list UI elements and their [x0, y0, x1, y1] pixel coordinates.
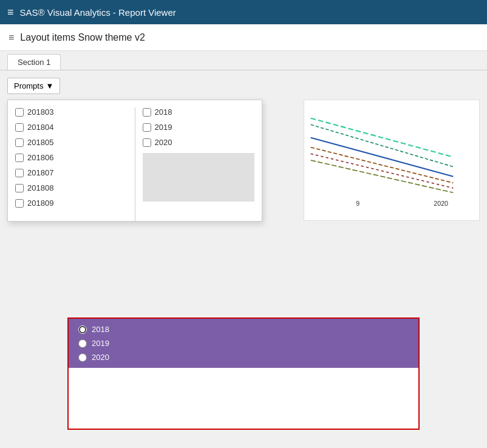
checkbox-item-201807[interactable]: 201807: [15, 168, 128, 177]
radio-box-top: 2018 2019 2020: [69, 319, 418, 368]
dropdown-col1: 201803 201804 201805 201806 201807: [8, 107, 135, 221]
checkbox-201809[interactable]: [15, 199, 24, 208]
checkbox-201803[interactable]: [15, 108, 24, 117]
chart-area: 2020 9 ━━━ ━━━ ━━━ CATEGORIE: [304, 100, 480, 221]
checkbox-2020[interactable]: [143, 138, 151, 147]
checkbox-201804[interactable]: [15, 123, 24, 132]
checkbox-item-201804[interactable]: 201804: [15, 123, 128, 132]
prompts-label: Prompts: [14, 81, 43, 90]
checkbox-201806[interactable]: [15, 154, 24, 162]
main-content: Prompts ▼ 201803 201804 201805: [0, 70, 487, 448]
checkbox-item-201808[interactable]: 201808: [15, 183, 128, 192]
prompts-button[interactable]: Prompts ▼: [7, 78, 60, 94]
svg-line-1: [311, 124, 454, 166]
radio-list-container: 2018 2019 2020: [67, 317, 420, 430]
tab-bar: Section 1: [0, 51, 487, 70]
radio-2019[interactable]: [78, 339, 87, 348]
checkbox-201805[interactable]: [15, 138, 24, 147]
menu-icon[interactable]: ≡: [7, 6, 14, 19]
radio-item-2020[interactable]: 2020: [78, 353, 409, 362]
checkbox-item-2019[interactable]: 2019: [143, 123, 255, 132]
radio-label-2018: 2018: [92, 325, 109, 334]
svg-line-0: [311, 118, 454, 157]
svg-text:9: 9: [356, 200, 359, 207]
tab-section1[interactable]: Section 1: [7, 54, 61, 70]
radio-box-bottom: [69, 368, 418, 429]
radio-item-2018[interactable]: 2018: [78, 325, 409, 334]
prompts-dropdown-icon: ▼: [46, 81, 53, 90]
checkbox-item-2018[interactable]: 2018: [143, 107, 255, 117]
radio-label-2019: 2019: [92, 339, 109, 348]
checkbox-201807[interactable]: [15, 169, 24, 177]
app-title: SAS® Visual Analytics - Report Viewer: [20, 7, 176, 18]
checkbox-201808[interactable]: [15, 184, 24, 192]
radio-label-2020: 2020: [92, 353, 109, 362]
checkbox-item-201805[interactable]: 201805: [15, 138, 128, 147]
checkbox-item-2020[interactable]: 2020: [143, 138, 255, 147]
dropdown-col2: 2018 2019 2020: [135, 107, 262, 221]
checkbox-item-201809[interactable]: 201809: [15, 199, 128, 208]
report-title: Layout items Snow theme v2: [20, 32, 145, 43]
checkbox-2018[interactable]: [143, 108, 151, 117]
checkbox-2019[interactable]: [143, 123, 151, 132]
dropdown-columns: 201803 201804 201805 201806 201807: [8, 107, 262, 221]
sub-header: ≡ Layout items Snow theme v2: [0, 24, 487, 51]
top-bar: ≡ SAS® Visual Analytics - Report Viewer: [0, 0, 487, 24]
dropdown-gray-area: [143, 153, 255, 202]
checkbox-item-201803[interactable]: 201803: [15, 107, 128, 117]
svg-text:2020: 2020: [434, 200, 448, 207]
radio-2020[interactable]: [78, 353, 87, 362]
dropdown-panel: 201803 201804 201805 201806 201807: [7, 100, 262, 222]
layout-icon: ≡: [9, 32, 14, 43]
radio-item-2019[interactable]: 2019: [78, 339, 409, 348]
radio-2018[interactable]: [78, 325, 87, 334]
chart-svg: 2020 9: [304, 100, 479, 220]
checkbox-item-201806[interactable]: 201806: [15, 153, 128, 162]
